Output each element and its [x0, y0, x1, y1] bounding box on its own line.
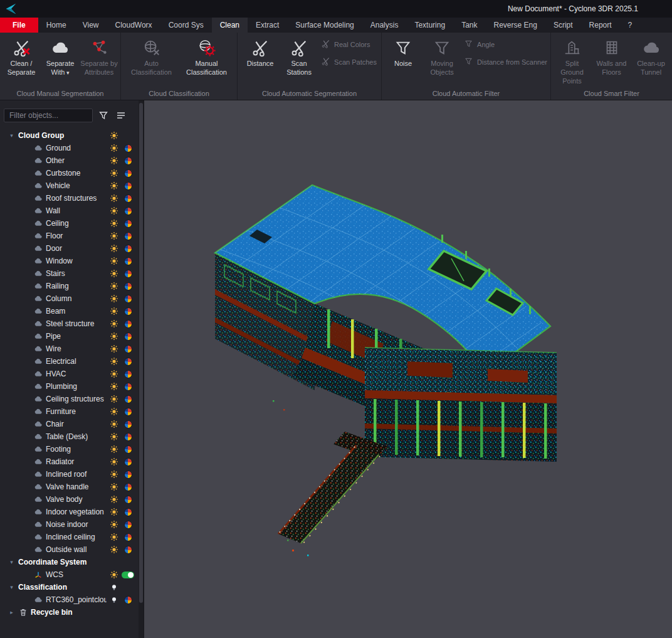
tree-item[interactable]: HVAC [4, 368, 134, 380]
classification-pie-icon[interactable] [124, 433, 132, 441]
tree-item[interactable]: Wire [4, 343, 134, 355]
classification-pie-icon[interactable] [124, 182, 132, 190]
classification-pie-icon[interactable] [124, 383, 132, 391]
menu-tab[interactable]: Clean [212, 18, 248, 33]
tree-item[interactable]: Stairs [4, 267, 134, 280]
tree-item[interactable]: Column [4, 292, 134, 305]
ribbon-button[interactable]: Distance [241, 35, 280, 77]
tree-item[interactable]: ▾ Classification [4, 581, 134, 593]
tree-item[interactable]: Electrical [4, 355, 134, 368]
tree-item[interactable]: Vehicle [4, 179, 134, 192]
tree-expander[interactable]: ▾ [8, 132, 16, 139]
visibility-sun-icon[interactable] [110, 395, 118, 403]
ribbon-small-button[interactable]: Angle [464, 39, 547, 50]
visibility-sun-icon[interactable] [110, 307, 118, 316]
visibility-sun-icon[interactable] [110, 156, 118, 165]
ribbon-button[interactable]: Clean-up Tunnel [631, 35, 671, 85]
tree-item[interactable]: Outside wall [4, 543, 134, 556]
classification-pie-icon[interactable] [124, 345, 132, 353]
tree-expander[interactable]: ▾ [8, 584, 16, 590]
tree-item[interactable]: Plumbing [4, 380, 134, 393]
ribbon-small-button[interactable]: Real Colors [321, 39, 377, 50]
toggle-on[interactable] [122, 572, 134, 578]
classification-pie-icon[interactable] [124, 220, 132, 228]
ribbon-small-button[interactable]: Distance from Scanner [464, 56, 547, 67]
viewport-3d[interactable] [144, 100, 672, 638]
classification-pie-icon[interactable] [124, 295, 132, 303]
visibility-sun-icon[interactable] [110, 520, 118, 529]
visibility-sun-icon[interactable] [110, 457, 118, 466]
filter-objects-input[interactable] [4, 109, 93, 122]
visibility-sun-icon[interactable] [110, 370, 118, 378]
classification-pie-icon[interactable] [124, 596, 132, 604]
menu-tab[interactable]: View [75, 18, 107, 33]
classification-pie-icon[interactable] [124, 395, 132, 403]
visibility-sun-icon[interactable] [110, 445, 118, 454]
ribbon-button[interactable]: Moving Objects [423, 35, 461, 77]
visibility-sun-icon[interactable] [110, 257, 118, 265]
menu-tab[interactable]: Tank [453, 18, 485, 33]
menu-tab[interactable]: Surface Modeling [287, 18, 362, 33]
tree-scrollbar[interactable] [139, 100, 144, 638]
classification-pie-icon[interactable] [124, 144, 132, 152]
classification-pie-icon[interactable] [124, 232, 132, 240]
menu-tab[interactable]: ? [620, 18, 641, 33]
tree-item[interactable]: ▾ Cloud Group [4, 129, 134, 142]
tree-item[interactable]: Wall [4, 205, 134, 217]
tree-item[interactable]: Roof structures [4, 192, 134, 205]
tree-item[interactable]: Chair [4, 418, 134, 430]
menu-tab[interactable]: Extract [248, 18, 287, 33]
tree-item[interactable]: Valve body [4, 493, 134, 506]
ribbon-button[interactable]: Noise [384, 35, 423, 77]
visibility-sun-icon[interactable] [110, 570, 118, 579]
visibility-sun-icon[interactable] [110, 407, 118, 416]
tree-item[interactable]: WCS [4, 568, 134, 581]
menu-tab[interactable]: Analysis [362, 18, 407, 33]
tree-item[interactable]: Window [4, 255, 134, 267]
classification-pie-icon[interactable] [124, 546, 132, 554]
menu-tab[interactable]: CloudWorx [107, 18, 160, 33]
visibility-sun-icon[interactable] [110, 495, 118, 504]
visibility-sun-icon[interactable] [110, 194, 118, 203]
visibility-sun-icon[interactable] [110, 294, 118, 303]
menu-tab[interactable]: Script [545, 18, 581, 33]
visibility-sun-icon[interactable] [110, 269, 118, 278]
classification-pie-icon[interactable] [124, 320, 132, 328]
tree-item[interactable]: Ground [4, 142, 134, 154]
tree-item[interactable]: Ceiling structures [4, 393, 134, 405]
classification-pie-icon[interactable] [124, 282, 132, 290]
tree-item[interactable]: Ceiling [4, 217, 134, 230]
tree-expander[interactable]: ▸ [8, 609, 16, 615]
bulb-icon[interactable] [110, 595, 118, 604]
visibility-sun-icon[interactable] [110, 482, 118, 491]
visibility-sun-icon[interactable] [110, 533, 118, 541]
visibility-sun-icon[interactable] [110, 357, 118, 366]
classification-pie-icon[interactable] [124, 257, 132, 265]
ribbon-button[interactable]: Separate With ▾ [41, 35, 80, 77]
classification-pie-icon[interactable] [124, 533, 132, 541]
menu-tab[interactable]: File [0, 18, 38, 33]
ribbon-button[interactable]: Walls and Floors [592, 35, 631, 85]
visibility-sun-icon[interactable] [110, 144, 118, 152]
bulb-icon[interactable] [110, 583, 118, 592]
visibility-sun-icon[interactable] [110, 545, 118, 554]
visibility-sun-icon[interactable] [110, 169, 118, 178]
tree-item[interactable]: Steel structure [4, 317, 134, 330]
ribbon-button[interactable]: Scan Stations [280, 35, 318, 77]
tree-expander[interactable]: ▾ [8, 559, 16, 565]
ribbon-small-button[interactable]: Scan Patches [321, 56, 377, 67]
tree-item[interactable]: Other [4, 154, 134, 167]
visibility-sun-icon[interactable] [110, 332, 118, 341]
tree-item[interactable]: Valve handle [4, 481, 134, 493]
tree-item[interactable]: Radiator [4, 455, 134, 468]
visibility-sun-icon[interactable] [110, 382, 118, 391]
tree-item[interactable]: Furniture [4, 405, 134, 418]
visibility-sun-icon[interactable] [110, 420, 118, 428]
classification-pie-icon[interactable] [124, 157, 132, 165]
tree-item[interactable]: Table (Desk) [4, 430, 134, 443]
classification-pie-icon[interactable] [124, 332, 132, 341]
tree-menu-button[interactable] [114, 109, 128, 122]
tree-item[interactable]: Noise indoor [4, 518, 134, 531]
classification-pie-icon[interactable] [124, 521, 132, 529]
classification-pie-icon[interactable] [124, 270, 132, 278]
